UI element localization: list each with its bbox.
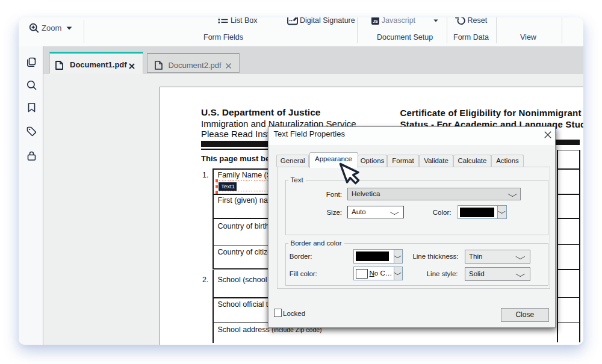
- svg-text:JS: JS: [373, 19, 378, 23]
